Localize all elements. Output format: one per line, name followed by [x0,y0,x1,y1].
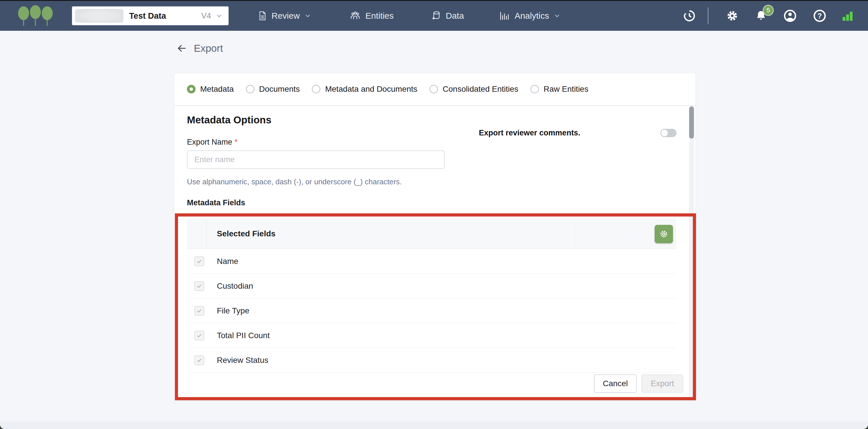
page-header: Export [176,42,223,54]
card-divider [174,105,695,106]
page-title: Export [194,42,223,54]
gear-icon [725,9,739,23]
redacted-logo [75,9,123,23]
checkbox-checked-disabled [194,356,204,365]
radio-metadata-and-documents[interactable]: Metadata and Documents [312,85,417,94]
nav-label-analytics: Analytics [515,11,549,21]
cancel-button[interactable]: Cancel [594,374,637,393]
app-logo[interactable] [17,3,54,28]
export-button[interactable]: Export [641,374,683,393]
toggle-knob [661,130,668,136]
radio-metadata[interactable]: Metadata [187,85,234,94]
user-icon [783,9,797,23]
field-row-file-type[interactable]: File Type [187,299,677,323]
chevron-down-icon [553,12,561,20]
window-bottom-band [0,422,868,429]
field-row-label: File Type [217,306,249,315]
radio-icon [246,85,254,93]
configure-fields-button[interactable] [655,225,673,243]
name-helper-text: Use alphanumeric, space, dash (-), or un… [187,177,402,186]
field-row-label: Custodian [217,281,253,291]
database-icon [431,10,441,22]
selected-fields-header: Selected Fields [217,229,276,238]
header-column-divider [576,218,576,249]
check-icon [196,283,203,289]
settings-button[interactable] [725,9,739,23]
fields-table-header: Selected Fields [187,218,677,249]
metadata-options-heading: Metadata Options [187,114,272,126]
nav-label-review: Review [272,11,300,21]
radio-consolidated-entities[interactable]: Consolidated Entities [429,85,518,94]
checkbox-checked-disabled [194,256,204,266]
radio-label: Metadata and Documents [325,85,417,94]
signal-bars-icon [841,9,854,23]
reviewer-comments-label: Export reviewer comments. [479,128,580,137]
nav-divider [708,7,708,24]
document-icon [257,10,267,22]
back-arrow-icon[interactable] [176,42,188,54]
radio-raw-entities[interactable]: Raw Entities [530,85,588,94]
people-group-icon [349,10,361,22]
project-name: Test Data [129,11,166,21]
question-mark-icon: ? [813,9,827,23]
export-name-input[interactable] [187,150,445,169]
field-row-custodian[interactable]: Custodian [187,274,677,299]
reviewer-comments-row: Export reviewer comments. [479,128,677,137]
checkbox-checked-disabled [194,331,204,340]
chevron-down-icon [215,12,223,20]
field-row-name[interactable]: Name [187,249,677,274]
radio-icon [312,85,320,93]
export-name-label-text: Export Name [187,138,232,146]
gear-icon [659,229,669,239]
radio-icon [429,85,438,93]
chevron-down-icon [304,12,311,20]
history-clock-icon [682,9,696,23]
radio-documents[interactable]: Documents [246,85,300,94]
field-row-review-status[interactable]: Review Status [187,348,677,373]
notifications-button[interactable]: 5 [755,9,767,22]
svg-text:?: ? [817,12,822,20]
metadata-fields-label: Metadata Fields [187,198,245,207]
radio-icon [530,85,539,93]
field-row-total-pii-count[interactable]: Total PII Count [187,323,677,348]
nav-label-data: Data [446,11,464,21]
account-button[interactable] [783,9,797,23]
bar-chart-icon [499,10,510,22]
nav-item-analytics[interactable]: Analytics [499,10,561,22]
status-button[interactable] [841,9,854,23]
window-top-edge [0,0,868,1]
nav-label-entities: Entities [365,11,394,21]
reviewer-comments-toggle[interactable] [660,129,677,137]
notification-badge: 5 [763,5,774,16]
field-row-label: Name [217,257,239,266]
required-asterisk: * [235,138,238,146]
project-selector[interactable]: Test Data V4 [72,6,229,25]
radio-label: Raw Entities [544,85,588,94]
help-button[interactable]: ? [813,9,827,23]
nav-item-entities[interactable]: Entities [349,10,394,22]
card-scrollbar-track[interactable] [689,106,694,399]
check-icon [196,258,203,265]
check-icon [196,357,203,363]
radio-label: Consolidated Entities [443,85,518,94]
radio-label: Documents [259,85,300,94]
nav-item-review[interactable]: Review [257,10,311,22]
project-version: V4 [201,11,211,21]
check-icon [196,332,203,339]
checkbox-checked-disabled [194,306,204,316]
top-nav-bar: Test Data V4 Review Entities [0,1,868,31]
card-scrollbar-thumb[interactable] [689,106,694,139]
field-row-label: Total PII Count [217,331,270,340]
check-icon [196,308,203,314]
history-button[interactable] [682,9,696,23]
export-type-radios: Metadata Documents Metadata and Document… [187,81,588,97]
checkbox-column-header [187,219,207,249]
nav-right-icons: 5 ? [682,7,854,24]
export-card: Metadata Documents Metadata and Document… [174,73,695,400]
trees-logo-icon [17,3,54,28]
radio-label: Metadata [200,85,234,94]
radio-selected-icon [187,85,195,93]
nav-item-data[interactable]: Data [431,10,464,22]
field-row-label: Review Status [217,356,268,365]
export-name-label: Export Name* [187,138,238,147]
